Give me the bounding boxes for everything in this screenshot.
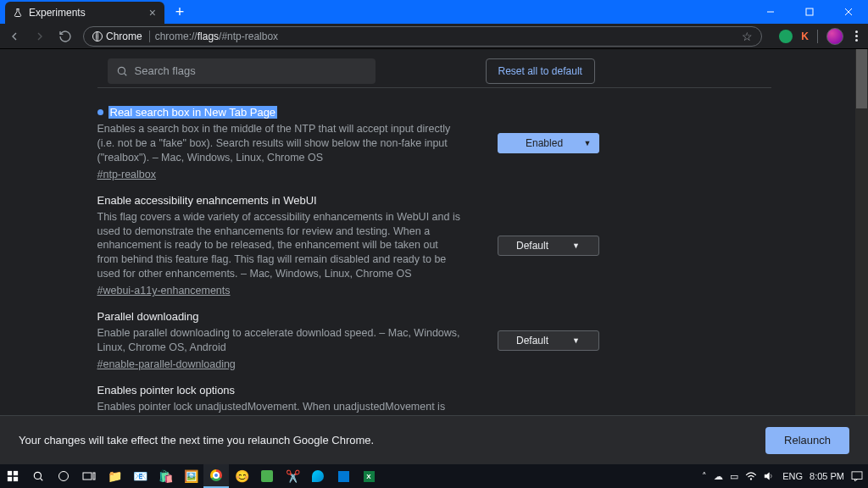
extension-grammarly-icon[interactable]	[779, 30, 793, 43]
wifi-icon[interactable]	[745, 471, 757, 481]
mail-icon[interactable]: 📧	[127, 464, 153, 488]
chevron-down-icon: ▼	[584, 139, 592, 147]
edge-icon[interactable]	[305, 464, 331, 488]
start-button[interactable]	[0, 464, 25, 488]
app-icon[interactable]: 😊	[229, 464, 254, 488]
search-input-wrapper	[108, 58, 376, 84]
search-input[interactable]	[135, 64, 367, 77]
clock[interactable]: 8:05 PM	[810, 471, 844, 481]
divider	[817, 30, 818, 43]
svg-rect-7	[14, 471, 18, 475]
snip-icon[interactable]: ✂️	[280, 464, 305, 488]
relaunch-message: Your changes will take effect the next t…	[19, 434, 765, 446]
volume-icon[interactable]	[764, 471, 776, 481]
onedrive-icon[interactable]: ☁	[714, 471, 723, 482]
flag-pointer-lock: Enables pointer lock options Enables poi…	[97, 383, 761, 415]
browser-navbar: Chrome chrome://flags/#ntp-realbox ☆ K	[0, 24, 868, 49]
svg-rect-1	[806, 8, 813, 15]
address-bar[interactable]: Chrome chrome://flags/#ntp-realbox ☆	[83, 26, 762, 47]
chrome-icon[interactable]	[203, 464, 229, 488]
flag-select[interactable]: Default▼	[498, 330, 599, 351]
scrollbar-thumb[interactable]	[856, 49, 867, 108]
close-button[interactable]	[829, 0, 868, 24]
svg-point-4	[118, 67, 125, 74]
close-icon[interactable]: ×	[147, 6, 158, 19]
svg-line-5	[124, 73, 126, 75]
svg-rect-8	[8, 477, 12, 481]
globe-icon	[92, 31, 103, 42]
svg-point-10	[34, 472, 41, 479]
excel-icon[interactable]: X	[356, 464, 381, 488]
modified-dot-icon	[97, 109, 103, 115]
browser-tab[interactable]: Experiments ×	[5, 2, 164, 24]
relaunch-button[interactable]: Relaunch	[765, 427, 849, 454]
reload-button[interactable]	[58, 29, 73, 44]
flag-description: Enables pointer lock unadjustedMovement.…	[97, 400, 462, 415]
svg-point-14	[751, 479, 752, 480]
flag-parallel-downloading: Parallel downloading Enable parallel dow…	[97, 309, 761, 383]
svg-rect-13	[93, 473, 95, 480]
chevron-down-icon: ▼	[572, 241, 580, 250]
tray-chevron-up-icon[interactable]: ˄	[702, 471, 707, 482]
flag-webui-a11y: Enable accessibility enahncements in Web…	[97, 193, 761, 309]
svg-marker-15	[765, 473, 769, 480]
svg-line-11	[40, 478, 42, 480]
scrollbar-track[interactable]	[855, 49, 868, 415]
flag-title: Enable accessibility enahncements in Web…	[97, 194, 462, 207]
url-text: chrome://flags/#ntp-realbox	[155, 30, 278, 42]
photos-icon[interactable]: 🖼️	[178, 464, 203, 488]
flag-description: This flag covers a wide variety of acces…	[97, 210, 462, 281]
notifications-icon[interactable]	[851, 471, 863, 481]
store-icon[interactable]: 🛍️	[153, 464, 178, 488]
page-content: Reset all to default Real search box in …	[0, 49, 868, 415]
kebab-menu-icon[interactable]	[852, 30, 861, 42]
meet-now-icon[interactable]: ▭	[730, 471, 738, 482]
windows-taskbar: 📁 📧 🛍️ 🖼️ 😊 ✂️ X ˄ ☁ ▭ ENG 8:05 PM	[0, 464, 868, 488]
task-view-icon[interactable]	[76, 464, 102, 488]
back-button[interactable]	[7, 29, 22, 44]
flag-select[interactable]: Default▼	[498, 236, 599, 256]
flag-title: Enables pointer lock options	[97, 384, 462, 396]
svg-rect-16	[852, 472, 862, 480]
app-icon[interactable]	[254, 464, 280, 488]
file-explorer-icon[interactable]: 📁	[102, 464, 127, 488]
vscode-icon[interactable]	[331, 464, 356, 488]
maximize-button[interactable]	[790, 0, 829, 24]
flag-anchor-link[interactable]: #ntp-realbox	[97, 169, 157, 180]
flag-anchor-link[interactable]: #webui-a11y-enhancements	[97, 285, 231, 297]
flag-title: Parallel downloading	[97, 310, 462, 323]
flags-list: Real search box in New Tab Page Enables …	[97, 88, 771, 415]
window-titlebar: Experiments × +	[0, 0, 868, 24]
flag-title: Real search box in New Tab Page	[97, 106, 462, 119]
site-chip-label: Chrome	[106, 30, 142, 42]
language-indicator[interactable]: ENG	[782, 471, 803, 481]
system-tray: ˄ ☁ ▭ ENG 8:05 PM	[702, 471, 868, 482]
relaunch-bar: Your changes will take effect the next t…	[0, 415, 868, 464]
search-icon	[116, 65, 128, 77]
forward-button[interactable]	[32, 29, 47, 44]
flask-icon	[12, 7, 24, 19]
flag-description: Enables a search box in the middle of th…	[97, 122, 462, 165]
extension-k-icon[interactable]: K	[801, 30, 809, 42]
flag-anchor-link[interactable]: #enable-parallel-downloading	[97, 358, 236, 370]
bookmark-star-icon[interactable]: ☆	[742, 30, 753, 43]
svg-rect-9	[14, 477, 18, 481]
chevron-down-icon: ▼	[572, 336, 580, 345]
new-tab-button[interactable]: +	[171, 3, 188, 21]
site-chip: Chrome	[92, 30, 150, 42]
profile-avatar[interactable]	[826, 28, 843, 45]
flag-select[interactable]: Enabled▼	[498, 133, 599, 153]
reset-all-button[interactable]: Reset all to default	[486, 58, 595, 84]
minimize-button[interactable]	[751, 0, 790, 24]
tab-title: Experiments	[29, 7, 147, 19]
flag-description: Enable parallel downloading to accelerat…	[97, 326, 462, 355]
svg-rect-12	[83, 473, 92, 480]
search-icon[interactable]	[25, 464, 51, 488]
flag-ntp-realbox: Real search box in New Tab Page Enables …	[97, 105, 761, 193]
svg-rect-6	[8, 471, 12, 475]
cortana-icon[interactable]	[51, 464, 76, 488]
